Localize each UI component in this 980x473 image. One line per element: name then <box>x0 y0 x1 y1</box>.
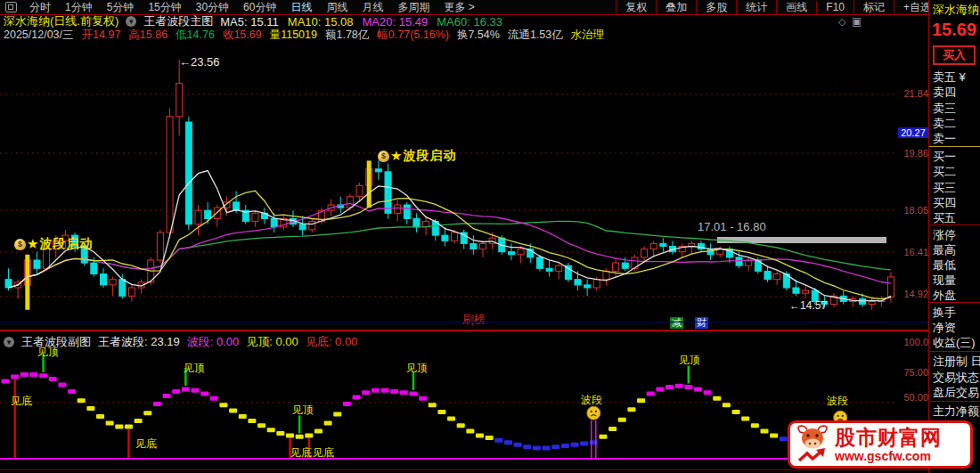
menu-多股[interactable]: 多股 <box>696 0 736 15</box>
tab-更多 >[interactable]: 更多 > <box>437 0 481 15</box>
sidebar-item-卖一[interactable]: 卖一 <box>933 131 956 147</box>
axis-label: 18.05 <box>896 205 928 216</box>
quote-field: 低14.76 <box>176 28 215 43</box>
collapse-icon[interactable]: ▾ <box>126 16 136 27</box>
maximize-icon[interactable]: ▣ <box>852 15 862 28</box>
signal-label: 见顶 <box>184 363 205 373</box>
signal-label: 见底 <box>11 396 32 406</box>
range-zone-label: 17.01 - 16.80 <box>698 220 766 233</box>
sidebar-item-交易状态[interactable]: 交易状态 <box>933 370 979 386</box>
tab-日线[interactable]: 日线 <box>283 0 319 15</box>
tab-月线[interactable]: 月线 <box>355 0 390 15</box>
ma-value: MA20: 15.49 <box>363 15 429 29</box>
band-start-signal: $★波段启动 <box>378 148 456 164</box>
window-icon[interactable] <box>5 2 17 12</box>
sidebar-item-卖二[interactable]: 卖二 <box>933 116 956 132</box>
quote-field: 开14.97 <box>82 28 121 43</box>
bull-icon <box>794 423 831 466</box>
sidebar-item-现量[interactable]: 现量 <box>933 273 956 289</box>
quote-field: 收15.69 <box>223 28 262 43</box>
quote-field: 量115019 <box>270 28 317 43</box>
axis-label: 21.84 <box>896 88 928 99</box>
date-label: 2025/12/03/三 <box>4 28 74 43</box>
sidebar-item-盘后交易[interactable]: 盘后交易 <box>933 385 979 401</box>
sidebar-item-换手[interactable]: 换手 <box>933 305 956 321</box>
signal-label: 见底 <box>313 447 334 458</box>
sidebar-item-最高[interactable]: 最高 <box>933 242 956 258</box>
volume-baseline <box>0 322 928 322</box>
sub-bottom-value: 见底: 0.00 <box>306 334 358 350</box>
sidebar-item-净资[interactable]: 净资 <box>933 320 956 336</box>
toolbar-menu: 复权叠加多股统计画线F10标记+自选返回 <box>616 0 980 14</box>
sub-main-value: 王者波段: 23.19 <box>98 334 180 350</box>
quote-field: 水治理 <box>571 28 605 43</box>
signal-label: 波段 <box>581 395 602 405</box>
ma-values: MA5: 15.11MA10: 15.08MA20: 15.49MA60: 16… <box>220 15 502 29</box>
tab-多周期[interactable]: 多周期 <box>390 0 437 15</box>
sidebar-separator <box>929 146 980 147</box>
sidebar-item-涨停[interactable]: 涨停 <box>933 227 956 243</box>
current-price-tag: 20.27 <box>898 127 928 138</box>
signal-label: 见顶 <box>37 347 59 357</box>
watermark-badge: 刷榜 <box>462 312 486 328</box>
menu-复权[interactable]: 复权 <box>616 0 656 15</box>
star-icon: ★ <box>390 148 402 164</box>
sidebar-stock-name: 深水海纳 <box>933 2 979 18</box>
site-logo[interactable]: 股市财富网 www.gscfw.com <box>788 420 973 469</box>
band-start-signal: $★波段启动 <box>14 236 93 252</box>
badge-reduce[interactable]: 减 <box>670 317 683 329</box>
badge-wealth[interactable]: 财 <box>695 317 708 329</box>
signal-label: 见顶 <box>292 404 314 415</box>
axis-label: 50.00 <box>896 392 928 403</box>
sidebar-separator <box>929 351 980 352</box>
sidebar-item-主力净额[interactable]: 主力净额 <box>933 404 979 420</box>
menu-叠加[interactable]: 叠加 <box>656 0 696 15</box>
quote-info-bar: 2025/12/03/三 开14.97高15.86低14.76收15.69量11… <box>4 29 604 41</box>
sidebar-separator <box>929 401 980 402</box>
axis-label: 100.0 <box>896 337 928 347</box>
sidebar-last-price: 15.69 <box>932 20 976 40</box>
sidebar-item-买四[interactable]: 买四 <box>933 195 956 211</box>
signal-label: 见顶 <box>679 355 700 365</box>
sidebar-item-收益(三)[interactable]: 收益(三) <box>933 335 976 351</box>
tab-周线[interactable]: 周线 <box>319 0 355 15</box>
sidebar-item-最低[interactable]: 最低 <box>933 257 956 273</box>
axis-label: 14.92 <box>896 289 928 299</box>
band-start-label: 波段启动 <box>39 236 93 252</box>
tab-60分钟[interactable]: 60分钟 <box>236 0 283 15</box>
high-price-callout: ←23.56 <box>179 55 220 69</box>
low-price-callout: ←14.57 <box>789 299 827 312</box>
signal-label: 波段 <box>827 396 848 406</box>
axis-label: 75.00 <box>896 367 928 378</box>
diamond-icon[interactable]: ◇ <box>838 16 845 28</box>
ma-value: MA5: 15.11 <box>220 15 279 29</box>
menu-统计[interactable]: 统计 <box>736 0 776 15</box>
sub-band-value: 波段: 0.00 <box>187 334 240 350</box>
sidebar-item-卖四[interactable]: 卖四 <box>933 85 956 101</box>
quote-sidebar: 深水海纳 15.69 买入 卖五 ¥卖四卖三卖二卖一买一买二买三买四买五涨停最高… <box>928 0 980 473</box>
menu-画线[interactable]: 画线 <box>776 0 816 15</box>
axis-label: 19.86 <box>896 148 928 159</box>
ma-value: MA60: 16.33 <box>437 15 502 29</box>
signal-label: 见顶 <box>406 363 428 373</box>
ma-value: MA10: 15.08 <box>288 15 354 29</box>
band-start-label: 波段启动 <box>403 148 456 164</box>
sidebar-item-卖三[interactable]: 卖三 <box>933 101 956 117</box>
sidebar-separator <box>929 302 980 303</box>
menu-标记[interactable]: 标记 <box>853 0 894 15</box>
signal-label: 见底 <box>290 447 312 458</box>
sidebar-item-买一[interactable]: 买一 <box>933 149 956 165</box>
sidebar-item-卖五 ¥[interactable]: 卖五 ¥ <box>933 69 966 86</box>
sidebar-item-买三[interactable]: 买三 <box>933 180 956 196</box>
sidebar-item-买二[interactable]: 买二 <box>933 164 956 180</box>
collapse-icon-sub[interactable]: ▾ <box>4 337 14 347</box>
logo-title: 股市财富网 <box>835 428 942 448</box>
sub-top-value: 见顶: 0.00 <box>246 334 298 350</box>
trading-app-window: 分时1分钟5分钟15分钟30分钟60分钟日线周线月线多周期更多 > 复权叠加多股… <box>0 0 980 473</box>
sidebar-item-注册制 日[interactable]: 注册制 日 <box>933 354 980 370</box>
quote-field: 幅0.77(5.16%) <box>377 28 449 43</box>
star-icon: ★ <box>27 236 38 252</box>
menu-F10[interactable]: F10 <box>816 1 853 13</box>
buy-button[interactable]: 买入 <box>933 45 976 65</box>
panel-divider[interactable] <box>0 330 928 331</box>
